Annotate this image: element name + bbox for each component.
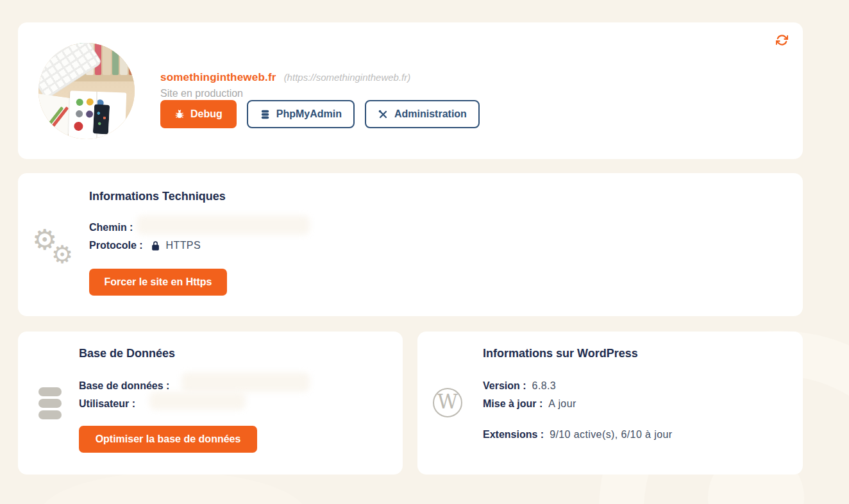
phpmyadmin-button-label: PhpMyAdmin — [276, 108, 342, 120]
redacted-path-value — [137, 215, 310, 235]
administration-button-label: Administration — [394, 108, 467, 120]
database-card: Base de Données Base de données : Utilis… — [18, 332, 403, 475]
database-stack-icon — [35, 385, 65, 425]
site-header-card: somethingintheweb.fr (https://somethingi… — [18, 22, 803, 159]
header-actions: Debug PhpMyAdmin — [160, 100, 480, 128]
avatar-art — [93, 104, 110, 134]
protocol-value: HTTPS — [166, 240, 201, 251]
wp-extensions-value: 9/10 active(s), 6/10 à jour — [550, 429, 672, 441]
path-label: Chemin : — [89, 222, 133, 233]
site-thumbnail — [38, 43, 135, 139]
redacted-database-value — [181, 373, 310, 392]
force-https-button-label: Forcer le site en Https — [104, 276, 212, 288]
site-url: (https://somethingintheweb.fr) — [284, 72, 411, 83]
background-decoration — [38, 472, 308, 504]
wordpress-card: W Informations sur WordPress Version : 6… — [417, 332, 803, 475]
site-name: somethingintheweb.fr — [160, 71, 276, 84]
site-status: Site en production — [160, 88, 243, 99]
technical-info-card: ⚙ ⚙ Informations Techniques Chemin : Pro… — [18, 173, 803, 316]
optimize-database-button[interactable]: Optimiser la base de données — [79, 426, 257, 453]
phpmyadmin-button[interactable]: PhpMyAdmin — [247, 100, 355, 128]
wp-extensions-label: Extensions : — [483, 429, 544, 441]
debug-button[interactable]: Debug — [160, 100, 237, 128]
refresh-thumbnail-button[interactable] — [773, 31, 790, 48]
refresh-icon — [776, 34, 788, 46]
bug-icon — [174, 109, 185, 119]
force-https-button[interactable]: Forcer le site en Https — [89, 269, 227, 296]
wp-version-label: Version : — [483, 380, 526, 392]
administration-button[interactable]: Administration — [365, 100, 480, 128]
dashboard-page: somethingintheweb.fr (https://somethingi… — [0, 0, 849, 504]
redacted-user-value — [149, 392, 246, 410]
tools-icon — [378, 109, 389, 120]
lock-icon — [151, 240, 160, 251]
wp-version-value: 6.8.3 — [532, 380, 557, 392]
protocol-label: Protocole : — [89, 240, 143, 251]
optimize-database-button-label: Optimiser la base de données — [96, 433, 241, 445]
database-user-label: Utilisateur : — [79, 398, 135, 410]
database-icon — [260, 109, 271, 120]
wordpress-card-title: Informations sur WordPress — [483, 347, 638, 360]
wp-update-label: Mise à jour : — [483, 398, 542, 410]
wordpress-icon: W — [433, 388, 462, 417]
gears-icon: ⚙ ⚙ — [32, 226, 83, 274]
database-card-title: Base de Données — [79, 347, 175, 360]
technical-info-title: Informations Techniques — [89, 190, 226, 203]
wp-update-value: A jour — [548, 398, 576, 410]
debug-button-label: Debug — [190, 108, 223, 120]
database-name-label: Base de données : — [79, 380, 169, 392]
